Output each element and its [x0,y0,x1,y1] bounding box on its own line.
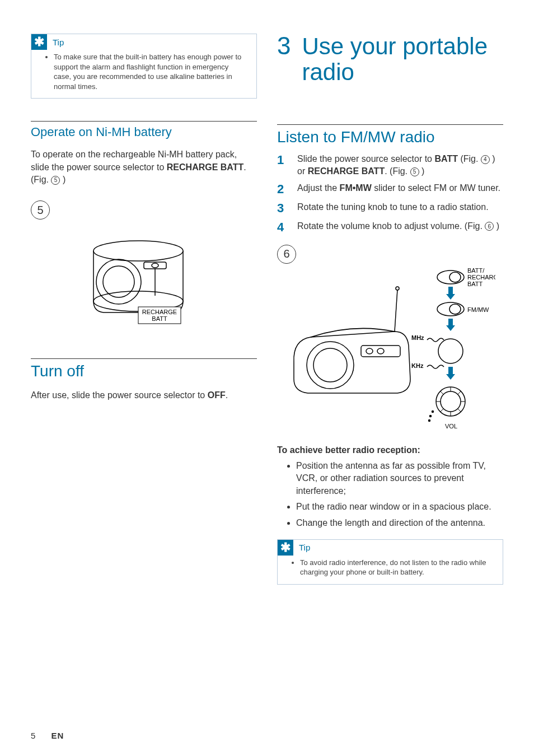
svg-point-17 [437,270,464,284]
step-item: 4Rotate the volume knob to adjust volume… [277,220,503,235]
tip-label: Tip [299,543,310,552]
better-reception-heading: To achieve better radio reception: [277,445,420,455]
turnoff-para: After use, slide the power source select… [31,389,257,402]
svg-point-33 [430,415,432,417]
chapter-number: 3 [277,34,291,85]
page-footer: 5 EN [31,731,64,740]
svg-text:VOL: VOL [445,423,457,430]
figure-number-5: 5 [31,200,50,220]
figure-number-6: 6 [277,245,296,264]
reception-bullets: Position the antenna as far as possible … [277,460,503,529]
svg-point-23 [441,391,461,412]
step-number: 2 [277,182,288,197]
svg-line-29 [458,409,461,412]
heading-listen: Listen to FM/MW radio [277,124,503,146]
fig-ref-5-icon: 5 [51,176,60,185]
tip-box-battery: ✱ Tip To make sure that the built-in bat… [31,34,257,99]
step-text: Adjust the FM•MW slider to select FM or … [297,182,500,197]
step-text: Rotate the tuning knob to tune to a radi… [297,201,489,216]
illustration-radio-controls: BATT/ RECHARGE BATT FM/MW MHz KHz VOL [277,267,495,435]
svg-line-28 [440,391,443,394]
svg-text:RECHARGE: RECHARGE [142,309,177,315]
svg-point-3 [103,266,134,297]
fig-ref-icon: 4 [481,155,490,164]
svg-point-21 [438,339,463,363]
step-item: 2Adjust the FM•MW slider to select FM or… [277,182,503,197]
tip-label: Tip [53,38,64,47]
step-number: 3 [277,201,288,216]
svg-text:FM/MW: FM/MW [467,306,489,313]
step-number: 4 [277,220,288,235]
svg-point-5 [152,263,158,268]
fig-ref-icon: 5 [410,167,419,176]
step-item: 3Rotate the tuning knob to tune to a rad… [277,201,503,216]
svg-point-11 [313,348,347,382]
step-text: Rotate the volume knob to adjust volume.… [297,220,499,235]
svg-text:BATT/: BATT/ [467,267,485,274]
bullet-item: Put the radio near window or in a spacio… [296,501,503,513]
svg-point-13 [366,348,373,354]
steps-list: 1Slide the power source selector to BATT… [277,153,503,234]
tip-text: To avoid radio interference, do not list… [300,558,494,577]
illustration-radio-recharge: RECHARGE BATT [71,223,217,340]
svg-point-32 [432,410,434,412]
heading-nimh: Operate on Ni-MH battery [31,121,257,139]
bullet-item: Change the length and direction of the a… [296,517,503,529]
nimh-para: To operate on the rechargeable Ni-MH bat… [31,148,257,186]
svg-point-34 [429,419,430,421]
step-item: 1Slide the power source selector to BATT… [277,153,503,177]
svg-text:KHz: KHz [411,362,424,369]
svg-text:RECHARGE: RECHARGE [467,274,495,281]
tip-box-interference: ✱ Tip To avoid radio interference, do no… [277,539,503,585]
tip-asterisk-icon: ✱ [278,540,293,556]
svg-text:BATT: BATT [467,281,483,287]
step-text: Slide the power source selector to BATT … [297,153,503,177]
tip-text: To make sure that the built-in battery h… [54,52,247,91]
svg-line-31 [458,391,461,394]
heading-turn-off: Turn off [31,358,257,380]
page-number: 5 [31,731,35,740]
svg-point-18 [449,272,461,282]
page-language: EN [51,731,64,740]
step-number: 1 [277,153,288,177]
bullet-item: Position the antenna as far as possible … [296,460,503,497]
svg-text:MHz: MHz [411,334,424,341]
svg-point-0 [93,241,183,261]
chapter-title: Use your portable radio [302,34,503,85]
svg-point-14 [377,348,384,354]
svg-line-30 [440,409,443,412]
svg-rect-12 [361,346,400,357]
svg-point-20 [449,304,461,314]
chapter-heading: 3 Use your portable radio [277,34,503,85]
fig-ref-icon: 6 [485,222,494,231]
svg-line-15 [395,290,397,332]
svg-text:BATT: BATT [152,315,167,322]
tip-asterisk-icon: ✱ [31,34,47,50]
svg-point-19 [437,302,464,316]
